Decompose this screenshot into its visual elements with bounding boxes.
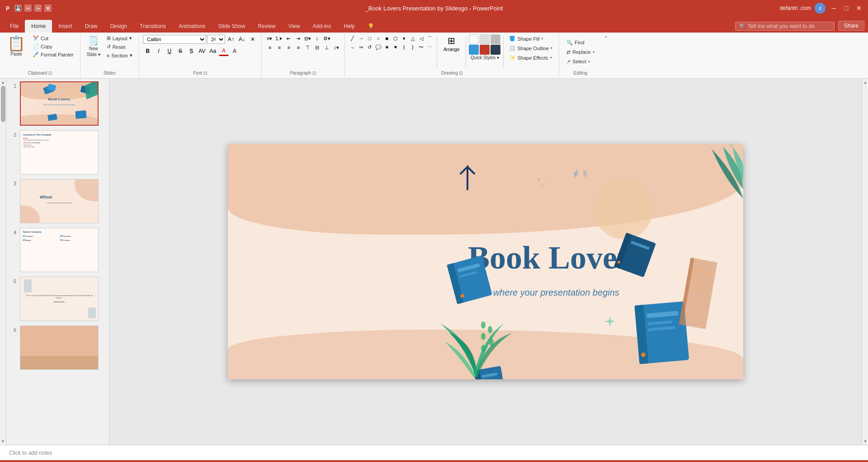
line-spacing-button[interactable]: ↕▾ [332,43,341,52]
paste-button[interactable]: 📋 Paste [4,34,29,58]
select-dropdown-icon[interactable]: ▾ [588,60,590,64]
change-case-button[interactable]: Aa [208,46,218,56]
tab-file[interactable]: File [4,20,25,33]
font-family-dropdown[interactable]: Calibri [143,35,206,44]
shape-darrow-icon[interactable]: ⇒ [357,43,365,51]
text-shadow-button[interactable]: S [186,46,196,56]
new-slide-button[interactable]: 🗒️ New Slide ▾ [84,34,103,59]
save-icon[interactable]: 💾 [14,5,22,12]
increase-indent-button[interactable]: ⇥ [294,34,303,42]
replace-button[interactable]: ⇄ Replace ▾ [563,48,598,57]
shape-outline-dropdown-icon[interactable]: ▾ [551,46,552,50]
tab-help[interactable]: Help [337,20,361,33]
tab-slideshow[interactable]: Slide Show [212,20,251,33]
tab-home[interactable]: Home [25,20,52,33]
minimize-button[interactable]: ─ [829,4,838,13]
qs-item-4[interactable] [469,45,479,55]
shape-extras-icon[interactable]: ⋯ [426,43,434,51]
shape-star-icon[interactable]: ★ [383,43,391,51]
right-scroll-up[interactable]: ▲ [862,79,868,86]
shape-curve-icon[interactable]: ⌒ [426,34,434,42]
replace-dropdown-icon[interactable]: ▾ [593,50,594,54]
shape-callout-icon[interactable]: 💬 [374,43,382,51]
text-direction-button[interactable]: ↕ [313,34,322,42]
tab-animations[interactable]: Animations [172,20,212,33]
tab-view[interactable]: View [282,20,307,33]
tab-addins[interactable]: Add-ins [307,20,338,33]
bullets-button[interactable]: ≡▾ [265,35,274,42]
shape-more-icon[interactable]: ▾ [400,34,408,42]
right-scroll-down[interactable]: ▼ [862,438,868,445]
scroll-thumb[interactable] [1,86,5,122]
align-middle-button[interactable]: ⊟ [313,43,322,52]
qs-item-1[interactable] [469,34,479,44]
italic-button[interactable]: I [154,46,164,56]
shape-rect-icon[interactable]: □ [366,34,374,42]
underline-button[interactable]: U [165,46,175,56]
find-button[interactable]: 🔍 Find [563,38,588,47]
drawing-expand-icon[interactable]: ⊡ [459,71,462,75]
increase-font-button[interactable]: A↑ [226,34,236,44]
strikethrough-button[interactable]: S [175,46,185,56]
clipboard-expand-icon[interactable]: ⊡ [48,71,52,75]
font-expand-icon[interactable]: ⊡ [203,71,207,75]
tab-transitions[interactable]: Transitions [133,20,172,33]
arrange-button[interactable]: ⊞ Arrange [440,34,463,53]
shape-curved-arrow-icon[interactable]: ↺ [366,43,374,51]
qs-item-2[interactable] [480,34,490,44]
slide-item-2[interactable]: 2 Contents of This Template fonts ▶ You … [8,129,107,175]
slide-item-1[interactable]: 1 Book Lovers Here is where your present… [8,80,107,127]
shape-circle-icon[interactable]: ○ [374,34,382,42]
shape-tri-icon[interactable]: △ [409,34,417,42]
shape-wave-icon[interactable]: 〜 [417,43,425,51]
scroll-up-button[interactable]: ▲ [0,79,6,86]
slide-item-3[interactable]: 3 Whoa! some text goes here describing t… [8,178,107,224]
cut-button[interactable]: ✂️ Cut [30,34,76,42]
redo-icon[interactable]: ↪ [34,5,42,12]
tab-lightbulb[interactable]: 💡 [361,20,381,33]
font-color-button[interactable]: A [219,46,229,56]
share-button[interactable]: Share [838,21,864,31]
tab-insert[interactable]: Insert [52,20,78,33]
reset-button[interactable]: ↺ Reset [104,43,135,51]
shape-arc-icon[interactable]: ⌣ [349,43,357,51]
align-center-button[interactable]: ≡ [275,43,284,52]
columns-button[interactable]: ⊟▾ [303,34,312,42]
clear-format-button[interactable]: ✕ [248,34,258,44]
shape-line-icon[interactable]: ╱ [349,34,357,42]
search-input[interactable] [748,23,829,29]
numbering-button[interactable]: 1.▾ [274,35,283,42]
ribbon-collapse[interactable]: ⌃ [602,33,610,77]
shape-heart-icon[interactable]: ♥ [392,43,400,51]
notes-bar[interactable]: Click to add notes [0,445,868,460]
copy-button[interactable]: 📄 Copy [30,42,76,50]
font-size-dropdown[interactable]: 24 [207,35,225,44]
shape-effects-button[interactable]: ✨ Shape Effects ▾ [506,53,555,62]
maximize-button[interactable]: □ [842,4,851,13]
shape-fill-button[interactable]: 🪣 Shape Fill ▾ [506,34,555,43]
slide-item-5[interactable]: 5 "This is a quote. Words full of wisdom… [8,276,107,322]
undo-icon[interactable]: ↩ [24,5,32,12]
highlight-color-button[interactable]: A [230,46,240,56]
shape-arrow-icon[interactable]: → [357,34,365,42]
slide-item-4[interactable]: 4 Table of Contents 01 Introduction 02 P… [8,227,107,273]
shape-brace-icon[interactable]: } [409,43,417,51]
shape-effects-dropdown-icon[interactable]: ▾ [550,56,552,60]
format-painter-button[interactable]: 🖌️ Format Painter [30,51,76,58]
quick-styles-label[interactable]: Quick Styles ▾ [471,55,499,60]
shape-outline-button[interactable]: ⬜ Shape Outline ▾ [506,44,555,52]
qs-item-6[interactable] [491,45,500,55]
align-top-button[interactable]: ⊤ [303,43,312,52]
justify-button[interactable]: ≡ [294,43,303,52]
shape-square-icon[interactable]: ■ [383,34,391,42]
qs-item-5[interactable] [480,45,490,55]
section-button[interactable]: ≡ Section ▾ [104,52,135,59]
tab-draw[interactable]: Draw [78,20,104,33]
decrease-font-button[interactable]: A↓ [237,34,247,44]
shape-pentagon-icon[interactable]: ⬠ [392,34,400,42]
shape-fill-dropdown-icon[interactable]: ▾ [541,37,543,41]
main-slide[interactable]: Book Lovers Here is where your presentat… [228,144,743,379]
align-right-button[interactable]: ≡ [284,43,293,52]
user-avatar[interactable]: d [815,3,826,14]
convert-to-smartart-button[interactable]: ⚙▾ [322,34,331,42]
